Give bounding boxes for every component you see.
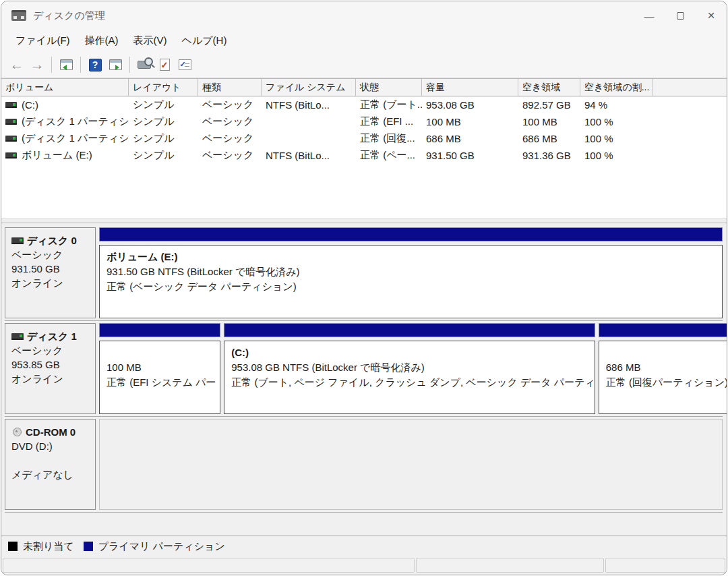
disk-management-app-icon (11, 10, 26, 21)
toolbar-separator (51, 57, 52, 73)
help-button[interactable]: ? (85, 55, 105, 74)
unallocated-label: 未割り当て (23, 540, 74, 553)
window-controls: — × (634, 1, 727, 30)
volume-list-panel: ボリューム レイアウト 種類 ファイル システム 状態 容量 空き領域 空き領域… (1, 78, 727, 219)
back-button[interactable]: ← (7, 55, 27, 74)
column-header-capacity[interactable]: 容量 (422, 79, 518, 96)
back-icon: ← (10, 57, 24, 73)
column-header-status[interactable]: 状態 (356, 79, 422, 96)
volume-list-header: ボリューム レイアウト 種類 ファイル システム 状態 容量 空き領域 空き領域… (1, 79, 727, 96)
column-header-free-pct[interactable]: 空き領域の割... (580, 79, 653, 96)
titlebar: ディスクの管理 — × (1, 1, 727, 30)
column-header-free[interactable]: 空き領域 (518, 79, 580, 96)
show-action-pane-icon (109, 59, 122, 70)
status-segment (3, 558, 415, 573)
graph-filler (5, 513, 723, 527)
menu-view[interactable]: 表示(V) (126, 32, 175, 50)
close-icon: × (707, 8, 715, 23)
toolbar-separator (129, 57, 130, 73)
partition-recovery[interactable]: 686 MB 正常 (回復パーティション) (599, 323, 727, 414)
volume-icon (5, 119, 17, 125)
forward-icon: → (30, 57, 44, 73)
checklist-icon: ✓ (179, 59, 191, 70)
disk-management-window: ディスクの管理 — × ファイル(F) 操作(A) 表示(V) ヘルプ(H) ←… (1, 1, 727, 575)
close-button[interactable]: × (696, 1, 727, 30)
cdrom0-row: CD-ROM 0 DVD (D:) メディアなし (5, 417, 723, 513)
column-header-filesystem[interactable]: ファイル システム (262, 79, 356, 96)
check-document-icon: ✓ (160, 59, 170, 71)
column-header-filler (653, 79, 727, 96)
primary-partition-strip (599, 323, 727, 337)
unallocated-swatch (8, 542, 18, 551)
disk1-row: ディスク 1 ベーシック 953.85 GB オンライン 100 MB 正常 (… (5, 321, 723, 417)
menubar: ファイル(F) 操作(A) 表示(V) ヘルプ(H) (1, 30, 727, 52)
primary-partition-strip (99, 323, 220, 337)
toolbar-separator (80, 57, 81, 73)
volume-icon (5, 152, 17, 159)
primary-partition-swatch (84, 542, 93, 551)
disk0-header[interactable]: ディスク 0 ベーシック 931.50 GB オンライン (5, 227, 96, 318)
primary-partition-strip (99, 227, 723, 241)
volume-icon (5, 102, 17, 108)
maximize-icon (677, 12, 684, 20)
minimize-icon: — (644, 10, 655, 22)
panel-splitter[interactable] (1, 219, 727, 223)
partition-volume-e[interactable]: ボリューム (E:) 931.50 GB NTFS (BitLocker で暗号… (99, 227, 723, 318)
volume-row-c[interactable]: (C:) シンプル ベーシック NTFS (BitLo... 正常 (ブート..… (1, 96, 727, 113)
menu-action[interactable]: 操作(A) (78, 32, 126, 50)
column-header-volume[interactable]: ボリューム (1, 79, 129, 96)
show-action-pane-button[interactable] (105, 55, 125, 74)
help-icon: ? (89, 59, 102, 71)
forward-button[interactable]: → (27, 55, 47, 74)
menu-help[interactable]: ヘルプ(H) (175, 32, 235, 50)
maximize-button[interactable] (665, 1, 696, 30)
cd-rom-icon (11, 428, 22, 437)
partition-c[interactable]: (C:) 953.08 GB NTFS (BitLocker で暗号化済み) 正… (224, 323, 595, 414)
window-title: ディスクの管理 (33, 9, 105, 22)
disk1-partitions: 100 MB 正常 (EFI システム パー (C:) 953.08 GB NT… (99, 323, 727, 414)
primary-partition-label: プライマリ パーティション (98, 540, 225, 553)
drive-icon (11, 237, 24, 244)
rescan-disks-button[interactable] (134, 55, 154, 74)
disk0-row: ディスク 0 ベーシック 931.50 GB オンライン ボリューム (E:) … (5, 225, 723, 321)
disk0-partitions: ボリューム (E:) 931.50 GB NTFS (BitLocker で暗号… (99, 227, 723, 318)
show-console-tree-icon (60, 59, 73, 70)
column-header-type[interactable]: 種類 (198, 79, 262, 96)
show-console-tree-button[interactable] (56, 55, 76, 74)
volume-icon (5, 136, 17, 142)
volume-row-disk1-partition-recovery[interactable]: (ディスク 1 パーティシ... シンプル ベーシック 正常 (回復... 68… (1, 130, 727, 147)
status-segment (416, 558, 604, 573)
check-document-button[interactable]: ✓ (154, 55, 175, 74)
partition-efi-system[interactable]: 100 MB 正常 (EFI システム パー (99, 323, 220, 414)
rescan-disks-icon (138, 61, 151, 69)
volume-row-e[interactable]: ボリューム (E:) シンプル ベーシック NTFS (BitLo... 正常 … (1, 147, 727, 164)
disk1-header[interactable]: ディスク 1 ベーシック 953.85 GB オンライン (5, 323, 96, 414)
cdrom0-empty-area (99, 419, 723, 510)
toolbar: ← → ? ✓ ✓ (1, 52, 727, 78)
column-header-layout[interactable]: レイアウト (129, 79, 198, 96)
volume-row-disk1-partition-efi[interactable]: (ディスク 1 パーティシ... シンプル ベーシック 正常 (EFI ... … (1, 113, 727, 130)
checklist-button[interactable]: ✓ (175, 55, 195, 74)
primary-partition-strip (224, 323, 595, 337)
cdrom0-header[interactable]: CD-ROM 0 DVD (D:) メディアなし (5, 419, 96, 510)
legend-bar: 未割り当て プライマリ パーティション (1, 536, 727, 556)
drive-icon (11, 333, 24, 340)
disk-graph-panel: ディスク 0 ベーシック 931.50 GB オンライン ボリューム (E:) … (1, 223, 727, 536)
menu-file[interactable]: ファイル(F) (8, 32, 78, 50)
status-segment (605, 558, 725, 573)
status-bar (1, 556, 727, 575)
minimize-button[interactable]: — (634, 1, 665, 30)
